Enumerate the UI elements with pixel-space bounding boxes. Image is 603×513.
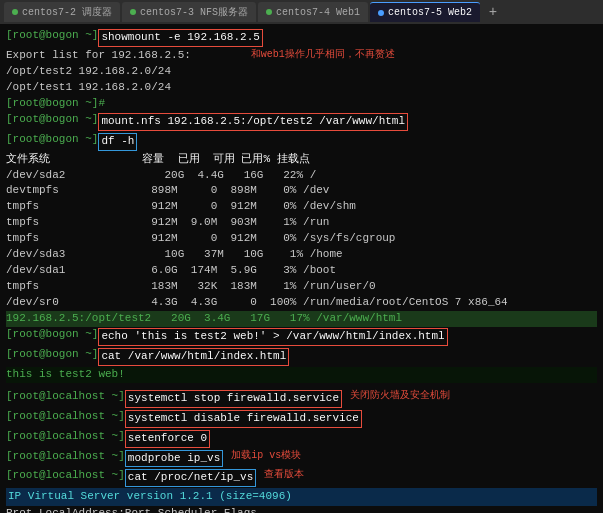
terminal-line: tmpfs 912M 0 912M 0% /sys/fs/cgroup: [6, 231, 597, 247]
command-box[interactable]: mount.nfs 192.168.2.5:/opt/test2 /var/ww…: [98, 113, 408, 131]
tab-label-4: centos7-5 Web2: [388, 7, 472, 18]
terminal-line: tmpfs 183M 32K 183M 1% /run/user/0: [6, 279, 597, 295]
prompt: [root@bogon ~]: [6, 327, 98, 343]
terminal-line: [root@localhost ~] systemctl stop firewa…: [6, 389, 597, 409]
prompt-localhost: [root@localhost ~]: [6, 409, 125, 425]
prompt: [root@bogon ~]: [6, 112, 98, 128]
prompt: [root@bogon ~]: [6, 132, 98, 148]
terminal-line: [root@localhost ~] systemctl disable fir…: [6, 409, 597, 429]
terminal-line: [root@localhost ~] cat /proc/net/ip_vs 查…: [6, 468, 597, 488]
terminal-line: devtmpfs 898M 0 898M 0% /dev: [6, 183, 597, 199]
tab-centos75[interactable]: centos7-5 Web2: [370, 2, 480, 22]
terminal-line: /opt/test1 192.168.2.0/24: [6, 80, 597, 96]
ip-version-line: IP Virtual Server version 1.2.1 (size=40…: [6, 488, 597, 506]
tab-label-2: centos7-3 NFS服务器: [140, 5, 248, 19]
tab-dot-4: [378, 10, 384, 16]
terminal-line: [root@localhost ~] modprobe ip_vs 加载ip v…: [6, 449, 597, 469]
terminal-line: /opt/test2 192.168.2.0/24: [6, 64, 597, 80]
tab-label-3: centos7-4 Web1: [276, 7, 360, 18]
prompt: [root@bogon ~]: [6, 347, 98, 363]
command-box[interactable]: cat /proc/net/ip_vs: [125, 469, 256, 487]
terminal-line: tmpfs 912M 9.0M 903M 1% /run: [6, 215, 597, 231]
annotation: 关闭防火墙及安全机制: [350, 389, 450, 404]
terminal-line: /dev/sr0 4.3G 4.3G 0 100% /run/media/roo…: [6, 295, 597, 311]
terminal-line: [root@bogon ~] df -h: [6, 132, 597, 152]
terminal-line: [root@bogon ~] showmount -e 192.168.2.5: [6, 28, 597, 48]
prompt: [root@bogon ~]: [6, 28, 98, 44]
tab-centos73[interactable]: centos7-3 NFS服务器: [122, 2, 256, 22]
terminal-line: tmpfs 912M 0 912M 0% /dev/shm: [6, 199, 597, 215]
prompt-localhost: [root@localhost ~]: [6, 389, 125, 405]
tab-dot-3: [266, 9, 272, 15]
terminal-line: /dev/sda2 20G 4.4G 16G 22% /: [6, 168, 597, 184]
tab-plus-button[interactable]: +: [484, 3, 502, 21]
tab-dot-2: [130, 9, 136, 15]
tab-bar: centos7-2 调度器 centos7-3 NFS服务器 centos7-4…: [0, 0, 603, 24]
terminal-line: [root@bogon ~] cat /var/www/html/index.h…: [6, 347, 597, 367]
terminal-line: /dev/sda3 10G 37M 10G 1% /home: [6, 247, 597, 263]
terminal-line: /dev/sda1 6.0G 174M 5.9G 3% /boot: [6, 263, 597, 279]
prompt-localhost: [root@localhost ~]: [6, 429, 125, 445]
command-box[interactable]: systemctl stop firewalld.service: [125, 390, 342, 408]
terminal-line: Prot LocalAddress:Port Scheduler Flags: [6, 506, 597, 513]
command-box[interactable]: showmount -e 192.168.2.5: [98, 29, 262, 47]
tab-label-1: centos7-2 调度器: [22, 5, 112, 19]
command-box[interactable]: systemctl disable firewalld.service: [125, 410, 362, 428]
command-box[interactable]: echo 'this is test2 web!' > /var/www/htm…: [98, 328, 447, 346]
terminal-line-this-is: this is test2 web!: [6, 367, 597, 383]
command-box[interactable]: modprobe ip_vs: [125, 450, 223, 468]
terminal-line: Export list for 192.168.2.5: 和web1操作几乎相同…: [6, 48, 597, 64]
terminal-line: [root@bogon ~]#: [6, 96, 597, 112]
terminal-line-highlight: 192.168.2.5:/opt/test2 20G 3.4G 17G 17% …: [6, 311, 597, 327]
terminal-line: 文件系统 容量 已用 可用 已用% 挂载点: [6, 152, 597, 168]
command-box[interactable]: setenforce 0: [125, 430, 210, 448]
terminal-line: [root@localhost ~] setenforce 0: [6, 429, 597, 449]
terminal-line: [root@bogon ~] mount.nfs 192.168.2.5:/op…: [6, 112, 597, 132]
prompt-localhost: [root@localhost ~]: [6, 468, 125, 484]
prompt: [root@bogon ~]#: [6, 96, 105, 112]
annotation: 查看版本: [264, 468, 304, 483]
terminal-line: [root@bogon ~] echo 'this is test2 web!'…: [6, 327, 597, 347]
terminal: [root@bogon ~] showmount -e 192.168.2.5 …: [0, 24, 603, 513]
command-box[interactable]: df -h: [98, 133, 137, 151]
tab-centos74[interactable]: centos7-4 Web1: [258, 2, 368, 22]
prompt-localhost: [root@localhost ~]: [6, 449, 125, 465]
tab-centos72[interactable]: centos7-2 调度器: [4, 2, 120, 22]
command-box[interactable]: cat /var/www/html/index.html: [98, 348, 289, 366]
annotation: 加载ip vs模块: [231, 449, 301, 464]
tab-dot-1: [12, 9, 18, 15]
